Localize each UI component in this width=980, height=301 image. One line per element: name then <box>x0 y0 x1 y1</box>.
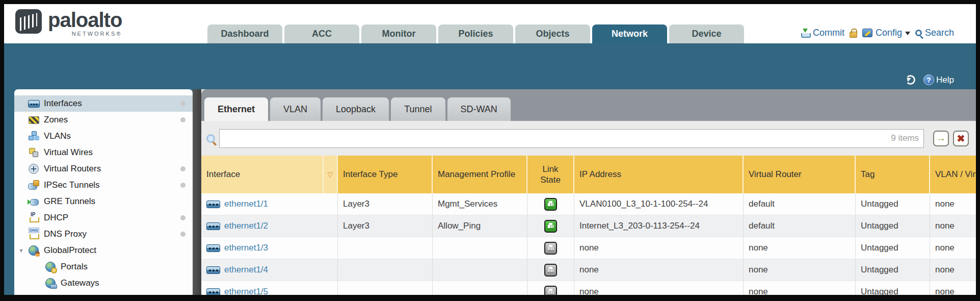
main-tab-network[interactable]: Network <box>592 24 667 43</box>
management-profile-cell <box>433 281 527 295</box>
virtual-router-cell: none <box>744 237 856 259</box>
sidebar-item-label: DHCP <box>44 213 68 223</box>
subtab-tunnel[interactable]: Tunnel <box>391 97 445 121</box>
interface-link[interactable]: ethernet1/1 <box>224 199 268 209</box>
virtual-router-cell: default <box>744 215 856 237</box>
sidebar-item-label: DNS Proxy <box>44 229 87 239</box>
sidebar-item-interfaces[interactable]: ▼ Interfaces <box>14 95 193 112</box>
tag-cell: Untagged <box>856 259 930 281</box>
vlans-icon <box>28 131 39 142</box>
dhcp-icon <box>28 212 39 223</box>
commit-button[interactable]: Commit <box>801 28 844 38</box>
vlan-wire-cell: none <box>930 193 976 215</box>
main-tab-policies[interactable]: Policies <box>438 24 513 43</box>
sidebar-item-globalprotect[interactable]: ▼ GlobalProtect <box>14 242 193 259</box>
main-tab-acc[interactable]: ACC <box>284 24 359 43</box>
table-row[interactable]: ethernet1/1 Layer3 Mgmt_Services VLAN010… <box>201 193 976 215</box>
main-tab-monitor[interactable]: Monitor <box>361 24 436 43</box>
sidebar-item-ipsec-tunnels[interactable]: ▼ IPSec Tunnels <box>14 177 193 193</box>
management-profile-cell <box>433 237 527 259</box>
sidebar-item-label: Zones <box>44 115 68 125</box>
sidebar-item-virtual-routers[interactable]: ▼ Virtual Routers <box>14 161 193 177</box>
column-header-interface[interactable]: Interface <box>201 156 324 193</box>
sort-dropdown-button[interactable]: ▽ <box>324 156 338 193</box>
config-label: Config <box>876 28 902 38</box>
help-button[interactable]: ? Help <box>923 74 954 85</box>
filter-input[interactable] <box>219 129 924 148</box>
sidebar-item-label: GRE Tunnels <box>44 196 95 207</box>
expand-triangle-icon[interactable]: ▼ <box>18 247 24 254</box>
management-profile-cell: Allow_Ping <box>433 215 527 237</box>
commit-label: Commit <box>813 28 844 38</box>
status-dot <box>180 101 186 106</box>
subtab-sd-wan[interactable]: SD-WAN <box>447 97 511 121</box>
column-header-tag[interactable]: Tag <box>856 156 930 193</box>
sidebar-item-vlans[interactable]: ▼ VLANs <box>14 128 193 144</box>
table-row[interactable]: ethernet1/2 Layer3 Allow_Ping Internet_L… <box>201 215 976 237</box>
subtab-ethernet[interactable]: Ethernet <box>204 97 268 121</box>
sidebar-item-virtual-wires[interactable]: ▼ Virtual Wires <box>14 144 193 161</box>
apply-filter-button[interactable]: → <box>933 131 949 146</box>
virtual-router-cell: default <box>744 193 856 215</box>
search-button[interactable]: Search <box>915 28 954 38</box>
main-tab-objects[interactable]: Objects <box>515 24 590 43</box>
link-state-icon <box>544 220 557 233</box>
table-row[interactable]: ethernet1/3 none none Untagged none <box>201 237 976 259</box>
column-header-link[interactable]: Link State <box>527 156 574 193</box>
interface-link[interactable]: ethernet1/5 <box>224 287 268 295</box>
column-header-label: Tag <box>861 169 875 180</box>
brand-subtitle: NETWORKS® <box>72 31 122 37</box>
interface-type-cell <box>338 259 433 281</box>
sidebar-item-gre-tunnels[interactable]: ▼ GRE Tunnels <box>14 193 193 210</box>
link-state-icon <box>544 198 557 211</box>
sidebar-item-label: Virtual Routers <box>44 164 101 174</box>
interface-type-cell <box>338 281 433 295</box>
help-label: Help <box>936 75 954 85</box>
column-header-vr[interactable]: Virtual Router <box>744 156 856 193</box>
interfaces-icon <box>28 98 39 109</box>
interface-cell: ethernet1/1 <box>201 193 338 215</box>
config-menu-button[interactable]: Config <box>862 28 910 38</box>
column-header-ip[interactable]: IP Address <box>574 156 744 193</box>
sidebar-item-dhcp[interactable]: ▼ DHCP <box>14 210 193 226</box>
sidebar-item-dns-proxy[interactable]: ▼ DNS Proxy <box>14 226 193 242</box>
lock-icon[interactable] <box>850 32 857 38</box>
link-state-cell <box>527 215 574 237</box>
refresh-icon[interactable] <box>906 75 915 85</box>
virtual-wires-icon <box>28 147 39 158</box>
sidebar-item-portals[interactable]: ▼ Portals <box>14 259 193 275</box>
main-tab-label: Dashboard <box>221 29 269 39</box>
link-state-icon <box>544 286 557 295</box>
column-header-label: VLAN / Virtual Wire <box>935 169 976 180</box>
table-body: ethernet1/1 Layer3 Mgmt_Services VLAN010… <box>201 193 976 295</box>
clear-filter-button[interactable]: ✖ <box>953 131 969 146</box>
main-tab-device[interactable]: Device <box>669 24 744 43</box>
subtab-loopback[interactable]: Loopback <box>323 97 389 121</box>
sidebar-item-label: Virtual Wires <box>44 147 93 158</box>
main-tab-dashboard[interactable]: Dashboard <box>207 24 282 43</box>
interface-link[interactable]: ethernet1/3 <box>224 243 268 253</box>
filter-search-icon <box>206 134 215 143</box>
main-navigation-tabs: DashboardACCMonitorPoliciesObjectsNetwor… <box>207 24 744 43</box>
help-icon: ? <box>923 74 934 85</box>
interface-port-icon <box>206 288 220 295</box>
subtab-vlan[interactable]: VLAN <box>270 97 321 121</box>
link-state-icon <box>544 242 557 255</box>
sidebar-scrollbar[interactable] <box>193 89 201 295</box>
status-dot <box>180 232 186 237</box>
interfaces-table: Interface▽Interface TypeManagement Profi… <box>201 156 976 295</box>
column-header-vlan[interactable]: VLAN / Virtual Wire <box>930 156 976 193</box>
table-row[interactable]: ethernet1/5 none none Untagged none <box>201 281 976 295</box>
ip-address-cell: Internet_L3_203-0-113-254--24 <box>574 215 744 237</box>
sidebar-item-label: Gateways <box>61 278 99 288</box>
tag-cell: Untagged <box>856 215 930 237</box>
column-header-type[interactable]: Interface Type <box>338 156 433 193</box>
table-row[interactable]: ethernet1/4 none none Untagged none <box>201 259 976 281</box>
column-header-label: Link State <box>533 164 568 186</box>
interface-link[interactable]: ethernet1/2 <box>224 221 268 231</box>
sidebar-item-zones[interactable]: ▼ Zones <box>14 112 193 128</box>
globalprotect-icon <box>28 245 39 256</box>
column-header-mgmt[interactable]: Management Profile <box>433 156 527 193</box>
sidebar-item-gateways[interactable]: ▼ Gateways <box>14 275 193 291</box>
interface-link[interactable]: ethernet1/4 <box>224 265 268 275</box>
